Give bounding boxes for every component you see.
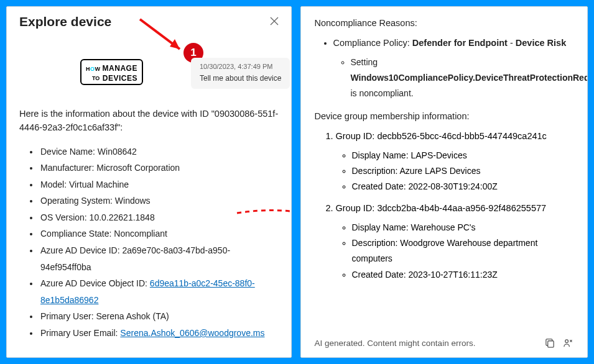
close-icon	[270, 17, 279, 25]
group-list: Group ID: decbb526-5bcc-46cd-bbb5-447449…	[336, 129, 574, 289]
group1-name: Display Name: LAPS-Devices	[352, 148, 574, 163]
noncompliance-list: Compliance Policy: Defender for Endpoint…	[333, 35, 574, 107]
svg-rect-0	[548, 341, 554, 347]
right-pane: Noncompliance Reasons: Compliance Policy…	[300, 6, 588, 358]
site-logo: HOWMANAGE HTO DEVICES	[80, 59, 143, 85]
device-os: Operating System: Windows	[39, 193, 279, 209]
group-2: Group ID: 3dccb2ba-4b4b-44aa-a956-92f486…	[336, 201, 574, 282]
close-button[interactable]	[270, 16, 279, 27]
copy-icon[interactable]	[545, 338, 555, 348]
group2-date: Created Date: 2023-10-27T16:11:23Z	[352, 267, 574, 283]
setting-item: Setting Windows10CompliancePolicy.Device…	[351, 55, 574, 102]
intro-text: Here is the information about the device…	[19, 107, 279, 135]
device-primary-user: Primary User: Serena Ashok (TA)	[39, 308, 279, 325]
device-model: Model: Virtual Machine	[39, 176, 279, 193]
device-manufacturer: Manufacturer: Microsoft Corporation	[39, 160, 279, 176]
device-aad-obj: Azure AD Device Object ID: 6d9ea11b-a0c2…	[39, 275, 279, 308]
chat-message: Tell me about this device	[200, 74, 281, 83]
svg-point-1	[565, 340, 568, 343]
primary-email-link[interactable]: Serena.Ashok_0606@woodgrove.ms	[120, 328, 264, 338]
chat-bubble: 10/30/2023, 4:37:49 PM Tell me about thi…	[191, 58, 290, 89]
device-os-version: OS Version: 10.0.22621.1848	[39, 209, 279, 226]
feedback-icon[interactable]	[563, 338, 573, 348]
chat-timestamp: 10/30/2023, 4:37:49 PM	[200, 63, 281, 70]
group1-desc: Description: Azure LAPS Devices	[352, 163, 574, 179]
device-compliance: Compliance State: Noncompliant	[39, 225, 279, 242]
group-1: Group ID: decbb526-5bcc-46cd-bbb5-447449…	[336, 129, 574, 194]
left-pane: Explore device HOWMANAGE HTO DEVICES 1 1…	[6, 6, 292, 358]
arrow-icon	[137, 16, 193, 59]
group2-desc: Description: Woodgrove Warehouse departm…	[352, 235, 574, 266]
device-name: Device Name: Win08642	[39, 143, 279, 160]
ai-footer: AI generated. Content might contain erro…	[315, 332, 574, 348]
compliance-policy-item: Compliance Policy: Defender for Endpoint…	[333, 35, 574, 101]
device-aad-id: Azure AD Device ID: 2a69e70c-8a03-47bd-a…	[39, 242, 279, 275]
device-info-list: Device Name: Win08642 Manufacturer: Micr…	[39, 143, 279, 342]
group1-date: Created Date: 2022-08-30T19:24:00Z	[352, 179, 574, 194]
dialog-title: Explore device	[19, 14, 111, 29]
device-primary-email: Primary User Email: Serena.Ashok_0606@wo…	[39, 325, 279, 342]
ai-footer-text: AI generated. Content might contain erro…	[315, 339, 476, 348]
group2-name: Display Name: Warehouse PC's	[352, 220, 574, 235]
noncompliance-title: Noncompliance Reasons:	[315, 18, 574, 28]
group-title: Device group membership information:	[315, 111, 574, 121]
